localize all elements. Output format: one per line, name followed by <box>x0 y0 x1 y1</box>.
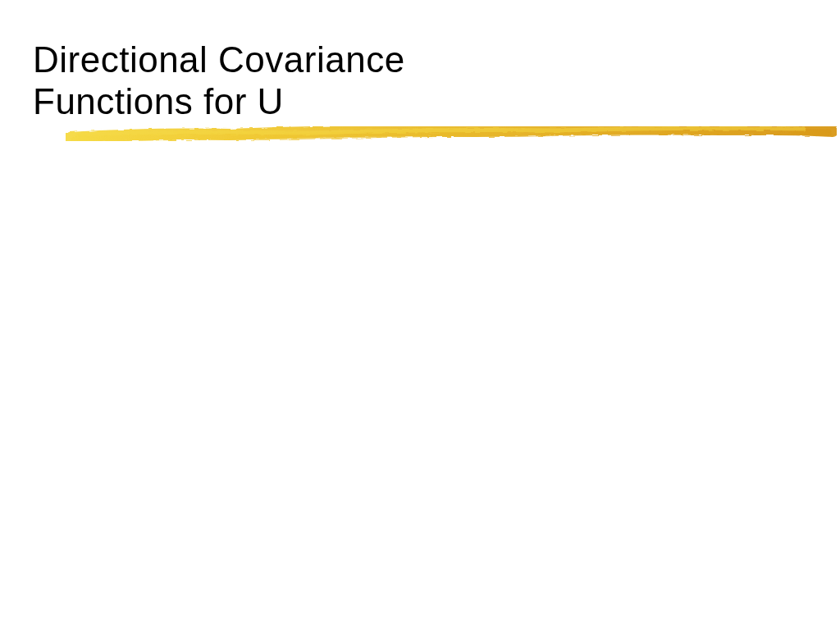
slide: Directional Covariance Functions for U <box>0 0 840 630</box>
title-line-1: Directional Covariance <box>33 39 405 80</box>
brush-underline-icon <box>66 121 837 148</box>
page-title: Directional Covariance Functions for U <box>33 39 405 122</box>
title-line-2: Functions for U <box>33 81 284 121</box>
